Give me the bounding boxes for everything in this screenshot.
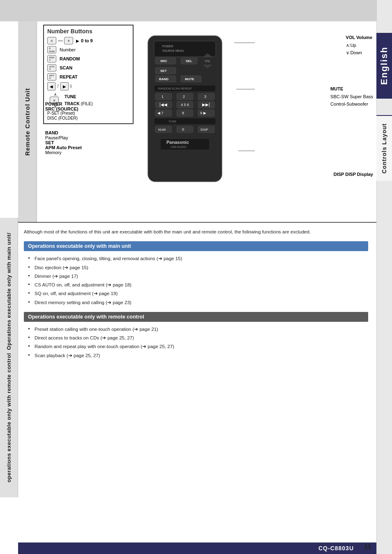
disp-label: DISP DISP Display bbox=[334, 172, 373, 177]
diagram-area: Number Buttons 0 — 9 ▶ 0 to 9 #NUM Numbe… bbox=[37, 21, 376, 222]
nb-bottom-labels: P-SET (Preset) DISC (FOLDER) bbox=[47, 111, 129, 120]
power-src-label: POWER SRC (SOURCE) bbox=[45, 102, 78, 111]
svg-text:9 ▶: 9 ▶ bbox=[200, 111, 206, 115]
svg-text:VOL: VOL bbox=[205, 60, 210, 62]
list-item: CS AUTO on, off, and adjustment (➔ page … bbox=[28, 282, 368, 289]
nb-row-number: #NUM Number bbox=[47, 46, 129, 53]
svg-text:POWER: POWER bbox=[162, 45, 173, 48]
nb-0to9-label: 0 to 9 bbox=[81, 38, 93, 43]
controls-layout-label: Controls Layout bbox=[376, 115, 392, 181]
nb-icon-random: RND4 bbox=[47, 55, 56, 62]
nb-row-arrows: ◀ 7 ▶ 9 bbox=[47, 82, 129, 90]
svg-text:◀ 7: ◀ 7 bbox=[157, 111, 164, 115]
nb-random-label: RANDOM bbox=[60, 56, 80, 61]
svg-text:8: 8 bbox=[182, 111, 184, 115]
main-unit-list: Face panel's opening, closing, tilting, … bbox=[24, 255, 368, 306]
left-text-operations-main: Operations executable only with main uni… bbox=[6, 233, 12, 350]
remote-list: Preset station calling with one-touch op… bbox=[24, 326, 368, 359]
svg-text:Panasonic: Panasonic bbox=[166, 140, 189, 145]
nb-disc-label: DISC (FOLDER) bbox=[47, 116, 129, 120]
intro-text: Although most of the functions of this u… bbox=[24, 229, 368, 235]
nb-icon-scan: SCN5 bbox=[47, 64, 56, 72]
list-item: Preset station calling with one-touch op… bbox=[28, 326, 368, 333]
nb-row-0to9: 0 — 9 ▶ 0 to 9 bbox=[47, 37, 129, 44]
list-item: Dimmer (➔ page 17) bbox=[28, 273, 368, 280]
nb-number-label: Number bbox=[60, 47, 76, 52]
nb-row-random: RND4 RANDOM bbox=[47, 55, 129, 62]
svg-rect-37 bbox=[154, 118, 216, 125]
svg-text:SRC: SRC bbox=[160, 59, 167, 63]
svg-text:0: 0 bbox=[182, 127, 184, 132]
list-item: Random and repeat play with one-touch op… bbox=[28, 343, 368, 350]
nb-preset-label: P-SET (Preset) bbox=[47, 111, 129, 115]
svg-rect-41 bbox=[177, 126, 193, 133]
number-buttons-title: Number Buttons bbox=[47, 28, 129, 35]
page-number: 11 bbox=[364, 543, 371, 551]
nb-row-repeat: RPT6 REPEAT bbox=[47, 73, 129, 81]
mute-label: MUTE SBC-SW Super Bass Control-Subwoofer bbox=[330, 85, 373, 108]
svg-text:▶▶|: ▶▶| bbox=[202, 102, 210, 107]
nb-scan-label: SCAN bbox=[60, 65, 72, 70]
left-sidebar: Operations executable only with main uni… bbox=[0, 218, 18, 497]
list-item: Disc ejection (➔ page 15) bbox=[28, 264, 368, 271]
product-bar: CQ-C8803U bbox=[18, 542, 376, 554]
vol-label: VOL Volume ∧:Up ∨:Down bbox=[346, 34, 372, 57]
main-content: Remote Control Unit Number Buttons 0 — 9… bbox=[18, 21, 376, 554]
list-item: Scan playback (➔ page 25, 27) bbox=[28, 352, 368, 359]
svg-text:DISP: DISP bbox=[201, 128, 208, 132]
right-sidebar: English Controls Layout bbox=[376, 0, 392, 554]
top-bar bbox=[0, 0, 392, 21]
svg-text:BAND: BAND bbox=[159, 77, 168, 81]
svg-text:MUTE: MUTE bbox=[185, 77, 194, 81]
nb-icon-0: 0 bbox=[47, 37, 56, 44]
nb-icon-repeat: RPT6 bbox=[47, 73, 56, 81]
svg-text:NUM: NUM bbox=[158, 128, 166, 132]
list-item: Direct memory setting and calling (➔ pag… bbox=[28, 299, 368, 306]
list-item: Direct access to tracks on CDs (➔ page 2… bbox=[28, 335, 368, 342]
product-code: CQ-C8803U bbox=[318, 545, 354, 552]
svg-text:1: 1 bbox=[161, 95, 164, 99]
list-item: Face panel's opening, closing, tilting, … bbox=[28, 255, 368, 262]
svg-text:RANDOM  SCAN  REPEAT: RANDOM SCAN REPEAT bbox=[158, 87, 192, 90]
svg-text:|◀◀: |◀◀ bbox=[159, 102, 167, 107]
top-section: Remote Control Unit Number Buttons 0 — 9… bbox=[18, 21, 376, 223]
remote-control-image: POWER SOURCE MENU SRC SEL VOL bbox=[140, 34, 234, 190]
left-text-operations-remote: operations executable only with remote c… bbox=[6, 353, 12, 482]
english-label: English bbox=[376, 33, 392, 99]
svg-text:SEL: SEL bbox=[186, 59, 192, 63]
svg-text:TUNE: TUNE bbox=[168, 120, 176, 123]
nb-icon-9: 9 bbox=[64, 37, 73, 44]
nb-row-scan: SCN5 SCAN bbox=[47, 64, 129, 72]
remote-header: Operations executable only with remote c… bbox=[24, 312, 368, 322]
svg-text:4  5  6: 4 5 6 bbox=[181, 103, 189, 107]
svg-rect-33 bbox=[177, 110, 193, 116]
band-label: BAND Pause/Play SET APM Auto Preset Memo… bbox=[45, 130, 82, 155]
nb-arrow-left: ◀ bbox=[47, 82, 55, 90]
rc-unit-label: Remote Control Unit bbox=[18, 21, 37, 222]
svg-text:CAR AUDIO: CAR AUDIO bbox=[171, 145, 187, 148]
remote-svg: POWER SOURCE MENU SRC SEL VOL bbox=[140, 34, 230, 186]
svg-text:3: 3 bbox=[204, 95, 206, 99]
nb-repeat-label: REPEAT bbox=[60, 74, 78, 79]
nb-arrow-right: ▶ bbox=[60, 82, 69, 90]
svg-text:SOURCE  MENU: SOURCE MENU bbox=[162, 49, 184, 52]
list-item: SQ on, off, and adjustment (➔ page 19) bbox=[28, 290, 368, 297]
svg-text:SET: SET bbox=[160, 69, 167, 73]
svg-text:2: 2 bbox=[183, 95, 185, 99]
nb-icon-hash: #NUM bbox=[47, 46, 56, 53]
main-unit-header: Operations executable only with main uni… bbox=[24, 241, 368, 251]
bottom-section: Although most of the functions of this u… bbox=[18, 223, 376, 371]
